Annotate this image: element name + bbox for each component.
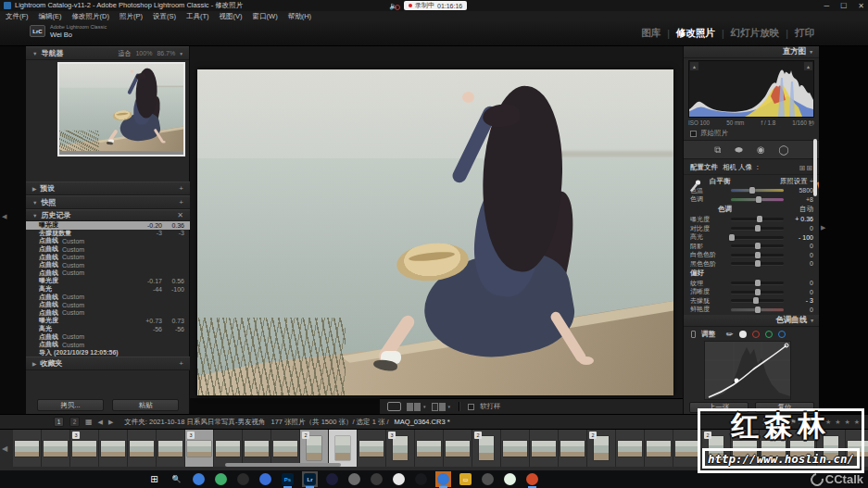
history-panel-header[interactable]: ▼ 历史记录 ✕ — [26, 209, 190, 221]
slider-thumb[interactable] — [757, 216, 762, 222]
ring-app-icon[interactable] — [480, 471, 496, 487]
black-sphere-app-icon[interactable] — [413, 471, 429, 487]
close-icon[interactable]: ✕ — [858, 2, 864, 10]
compare-view-icon[interactable]: ▾ — [432, 403, 451, 411]
slider-track[interactable] — [731, 198, 784, 201]
loupe-view-icon[interactable] — [387, 402, 401, 411]
menu-item-编辑[interactable]: 编辑(E) — [39, 12, 62, 21]
filmstrip-thumbnail[interactable] — [501, 430, 530, 467]
paste-settings-button[interactable]: 粘贴 — [112, 399, 179, 411]
go-forward-icon[interactable]: ▶ — [108, 419, 113, 426]
menu-item-设置[interactable]: 设置(S) — [153, 12, 176, 21]
filmstrip-thumbnail[interactable]: 3 — [386, 430, 415, 467]
second-window-button[interactable]: 2 — [69, 417, 80, 427]
filmstrip-scroll-left-icon[interactable]: ◀ — [2, 444, 7, 453]
filmstrip-thumbnail[interactable] — [559, 430, 587, 467]
filmstrip-thumbnail[interactable] — [415, 430, 444, 467]
copy-settings-button[interactable]: 拷贝... — [37, 399, 104, 411]
creative-cloud-icon[interactable] — [235, 471, 251, 487]
histogram-panel-header[interactable]: 直方图 ▾ — [684, 46, 819, 58]
filmstrip-thumbnail[interactable] — [42, 430, 70, 467]
navigator-header[interactable]: ▼ 导航器 适合 100% 86.7% ▾ — [26, 46, 189, 60]
slider-thumb[interactable] — [749, 187, 755, 194]
auto-button[interactable]: 自动 — [799, 205, 813, 214]
zoom-fit-option[interactable]: 适合 — [118, 49, 131, 58]
slider-thumb[interactable] — [729, 234, 735, 241]
profile-value[interactable]: 相机 人像 ： — [723, 163, 761, 172]
filmstrip-thumbnail[interactable]: 3 — [70, 430, 99, 467]
tab-module-图库[interactable]: 图库 — [641, 27, 660, 40]
filmstrip-thumbnail[interactable] — [530, 430, 559, 467]
blue-dot-app-icon[interactable] — [258, 471, 273, 487]
slider-track[interactable] — [731, 308, 784, 311]
zoom-dropdown-icon[interactable]: ▾ — [180, 51, 182, 56]
go-back-icon[interactable]: ◀ — [98, 419, 103, 426]
crop-tool-icon[interactable]: ⧉ — [714, 144, 721, 156]
recording-pill[interactable]: 录制中 01:16:16 — [404, 1, 467, 10]
person-app-icon[interactable] — [369, 471, 384, 487]
tone-curve-editor[interactable] — [704, 341, 791, 400]
filmstrip-thumbnail[interactable]: 2 — [587, 430, 616, 467]
add-collection-icon[interactable]: + — [179, 359, 183, 368]
filmstrip-thumbnail[interactable] — [214, 430, 243, 467]
curve-channel-blue-icon[interactable] — [778, 331, 786, 338]
shadow-clipping-icon[interactable]: ▲ — [690, 62, 698, 70]
collections-panel-header[interactable]: ▶ 收藏夹 + — [26, 357, 190, 370]
white-ghost-app-icon[interactable] — [391, 471, 407, 487]
photoshop-icon[interactable]: Ps — [280, 471, 296, 487]
slider-thumb[interactable] — [756, 196, 761, 203]
slider-thumb[interactable] — [755, 289, 761, 295]
soft-proof-checkbox[interactable] — [468, 404, 474, 410]
tab-module-打印[interactable]: 打印 — [795, 27, 814, 40]
slider-track[interactable] — [731, 227, 784, 230]
filmstrip-thumbnail[interactable] — [645, 430, 673, 467]
menu-item-工具[interactable]: 工具(T) — [186, 12, 209, 21]
presets-panel-header[interactable]: ▶ 预设 + — [26, 181, 190, 195]
menu-item-视图[interactable]: 视图(V) — [220, 12, 243, 21]
filmstrip-thumbnail[interactable] — [157, 430, 185, 467]
expand-right-panel-icon[interactable]: ▶ — [821, 224, 825, 231]
slider-track[interactable] — [731, 262, 784, 265]
slider-thumb[interactable] — [755, 260, 761, 267]
white-balance-eyedropper-icon[interactable] — [688, 178, 701, 193]
slider-thumb[interactable] — [755, 307, 761, 313]
add-preset-icon[interactable]: + — [179, 184, 183, 193]
slider-track[interactable] — [731, 291, 784, 294]
redeye-tool-icon[interactable]: ◉ — [757, 144, 765, 155]
clear-history-icon[interactable]: ✕ — [177, 211, 183, 219]
healing-tool-icon[interactable]: ⬬ — [735, 144, 743, 156]
snapshots-panel-header[interactable]: ▼ 快照 + — [26, 195, 190, 209]
panel-toggle-icon[interactable] — [691, 331, 696, 338]
slider-thumb[interactable] — [755, 252, 761, 258]
muted-speaker-icon[interactable]: 🔈 — [389, 2, 398, 10]
main-window-button[interactable]: 1 — [54, 417, 64, 427]
slider-track[interactable] — [731, 218, 784, 220]
original-photo-checkbox[interactable] — [690, 131, 697, 137]
dark-o-app-icon[interactable] — [324, 471, 340, 487]
zoom-current-option[interactable]: 86.7% — [157, 50, 175, 56]
white-balance-value[interactable]: 原照设置 ÷ — [780, 177, 813, 186]
slider-track[interactable] — [731, 282, 784, 284]
point-curve-icon[interactable]: ✎ — [724, 328, 736, 339]
curve-channel-green-icon[interactable] — [765, 331, 773, 338]
color-wheel-app-icon[interactable] — [213, 471, 229, 487]
filmstrip-thumbnail[interactable] — [616, 430, 645, 467]
start-icon[interactable]: ⊞ — [146, 471, 162, 487]
slider-track[interactable] — [731, 299, 784, 302]
file-explorer-icon[interactable]: ▭ — [458, 471, 473, 487]
filmstrip-thumbnail[interactable] — [329, 430, 358, 467]
filmstrip-thumbnail[interactable]: 3 — [185, 430, 214, 467]
filmstrip-thumbnail[interactable] — [99, 430, 128, 467]
filmstrip-thumbnail[interactable] — [128, 430, 157, 467]
filmstrip-thumbnail[interactable]: 2 — [300, 430, 329, 467]
history-row[interactable]: 导入 (2021/10/29 12:05:56) — [26, 349, 190, 357]
tab-module-修改照片[interactable]: 修改照片 — [676, 27, 715, 40]
tab-module-幻灯片放映[interactable]: 幻灯片放映 — [731, 27, 780, 40]
zoom-100-option[interactable]: 100% — [135, 50, 152, 56]
main-photo[interactable] — [197, 69, 673, 395]
filmstrip-thumbnail[interactable]: 2 — [472, 430, 501, 467]
grid-view-icon[interactable]: ▦ — [85, 418, 93, 426]
curve-channel-red-icon[interactable] — [752, 331, 760, 338]
blue-swoosh-app-icon[interactable] — [191, 471, 207, 487]
filmstrip-thumbnail[interactable] — [444, 430, 472, 467]
